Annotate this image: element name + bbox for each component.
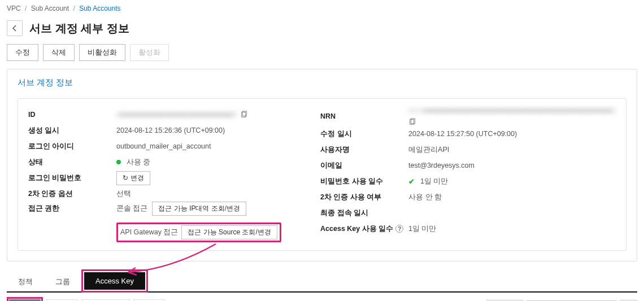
action-bar: 수정 삭제 비활성화 활성화 (0, 44, 644, 69)
id-value: d■■■■■■■■■■■■■■■■■■■■■■■8 (116, 111, 237, 119)
change-password-button[interactable]: ↻변경 (116, 171, 150, 185)
pw-days-value: 1일 미만 (420, 177, 448, 186)
access-key-days-label: Access Key 사용 일수? (320, 224, 408, 234)
page-title: 서브 계정 세부 정보 (29, 21, 129, 36)
copy-icon[interactable] (408, 118, 416, 126)
add-button-highlight: 추가 (7, 297, 43, 301)
breadcrumb-vpc[interactable]: VPC (7, 5, 21, 12)
email-value: test@3rdeyesys.com (408, 162, 616, 169)
nrn-value: nrn:■■■■■■■■■■■■■■■■■■■■■■■■■■■■■■■■■■■■… (408, 107, 616, 115)
access-key-days-value: 1일 미만 (408, 224, 616, 234)
table-toolbar: 추가 사용 사용 중지 삭제 정책명 (0, 293, 644, 301)
modified-value: 2024-08-12 15:27:50 (UTC+09:00) (408, 130, 616, 138)
activate-button: 활성화 (130, 44, 169, 61)
tab-access-key-highlight: Access Key (81, 269, 148, 293)
check-icon: ✔ (408, 177, 415, 186)
twofa-use-label: 2차 인증 사용 여부 (320, 193, 408, 202)
breadcrumb: VPC / Sub Account / Sub Accounts (0, 0, 644, 17)
tab-policy[interactable]: 정책 (7, 272, 44, 291)
deactivate-button[interactable]: 비활성화 (79, 44, 125, 61)
twofa-option-value: 선택 (116, 189, 307, 199)
copy-icon[interactable] (240, 111, 248, 119)
edit-button[interactable]: 수정 (7, 44, 38, 61)
sub-account-info-panel: 서브 계정 정보 ID d■■■■■■■■■■■■■■■■■■■■■■■8 생성… (7, 69, 637, 261)
modified-label: 수정 일시 (320, 129, 408, 139)
last-access-label: 최종 접속 일시 (320, 208, 408, 218)
created-value: 2024-08-12 15:26:36 (UTC+09:00) (116, 126, 307, 134)
twofa-option-label: 2차 인증 옵션 (28, 189, 116, 199)
tabs: 정책 그룹 Access Key (7, 269, 637, 293)
id-label: ID (28, 111, 116, 119)
login-id-value: outbound_mailer_api_account (116, 142, 307, 150)
api-gateway-highlight: API Gateway 접근 접근 가능 Source 조회/변경 (116, 223, 281, 242)
tab-access-key[interactable]: Access Key (84, 272, 145, 290)
username-value: 메일관리API (408, 145, 616, 155)
email-label: 이메일 (320, 161, 408, 171)
pw-days-label: 비밀번호 사용 일수 (320, 177, 408, 186)
status-label: 상태 (28, 158, 116, 167)
nrn-label: NRN (320, 112, 408, 120)
console-access-text: 콘솔 접근 (116, 204, 147, 213)
login-id-label: 로그인 아이디 (28, 142, 116, 151)
back-button[interactable] (7, 20, 23, 36)
breadcrumb-sub-account[interactable]: Sub Account (31, 5, 69, 12)
ip-range-button[interactable]: 접근 가능 IP대역 조회/변경 (152, 202, 246, 216)
chevron-left-icon (12, 25, 17, 32)
breadcrumb-sub-accounts[interactable]: Sub Accounts (79, 5, 120, 12)
api-gateway-access-text: API Gateway 접근 (120, 228, 178, 237)
access-permission-label: 접근 권한 (28, 202, 116, 213)
twofa-use-value: 사용 안 함 (408, 193, 616, 202)
status-dot-icon (116, 160, 121, 164)
delete-button[interactable]: 삭제 (43, 44, 75, 61)
tab-group[interactable]: 그룹 (44, 272, 81, 291)
status-value: 사용 중 (127, 158, 150, 167)
panel-title: 서브 계정 정보 (7, 69, 637, 94)
created-label: 생성 일시 (28, 126, 116, 136)
help-icon[interactable]: ? (395, 225, 403, 233)
username-label: 사용자명 (320, 145, 408, 155)
login-pw-label: 로그인 비밀번호 (28, 173, 116, 183)
source-range-button[interactable]: 접근 가능 Source 조회/변경 (181, 225, 277, 239)
